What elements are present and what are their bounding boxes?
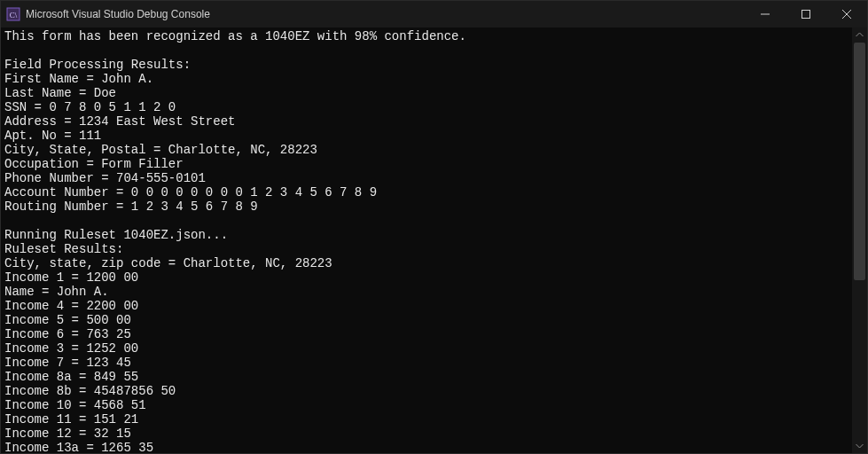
console-line: Income 6 = 763 25 <box>4 327 848 341</box>
console-line: Income 13a = 1265 35 <box>4 441 848 453</box>
console-line: Running Ruleset 1040EZ.json... <box>4 228 848 242</box>
console-line: Income 5 = 500 00 <box>4 313 848 327</box>
console-output[interactable]: This form has been recognized as a 1040E… <box>1 27 852 453</box>
console-line: Income 1 = 1200 00 <box>4 270 848 285</box>
console-line: Phone Number = 704-555-0101 <box>4 171 848 185</box>
console-line: Last Name = Doe <box>4 86 848 100</box>
console-window: C\ Microsoft Visual Studio Debug Console… <box>0 0 868 454</box>
console-line: Income 11 = 151 21 <box>4 412 848 427</box>
console-line <box>4 43 848 58</box>
console-line: City, State, Postal = Charlotte, NC, 282… <box>4 143 848 157</box>
window-controls <box>745 1 867 27</box>
console-line: This form has been recognized as a 1040E… <box>4 29 848 43</box>
console-line: First Name = John A. <box>4 72 848 86</box>
scrollbar-track[interactable] <box>852 43 867 438</box>
svg-rect-3 <box>802 10 810 18</box>
chevron-up-icon <box>856 31 864 39</box>
maximize-button[interactable] <box>786 1 826 27</box>
client-area: This form has been recognized as a 1040E… <box>1 27 867 453</box>
console-line: Routing Number = 1 2 3 4 5 6 7 8 9 <box>4 200 848 214</box>
chevron-down-icon <box>856 442 864 450</box>
app-icon: C\ <box>6 7 20 21</box>
console-line: Income 10 = 4568 51 <box>4 398 848 412</box>
console-line <box>4 214 848 228</box>
scrollbar-thumb[interactable] <box>854 43 865 280</box>
console-line: Address = 1234 East West Street <box>4 114 848 129</box>
minimize-button[interactable] <box>745 1 786 27</box>
console-line: Income 8b = 45487856 50 <box>4 384 848 398</box>
console-line: Occupation = Form Filler <box>4 157 848 171</box>
scroll-down-button[interactable] <box>852 438 867 453</box>
close-button[interactable] <box>826 1 867 27</box>
svg-text:C\: C\ <box>10 11 18 20</box>
console-line: Income 7 = 123 45 <box>4 356 848 370</box>
console-line: Name = John A. <box>4 285 848 299</box>
console-line: Income 3 = 1252 00 <box>4 341 848 356</box>
console-line: Account Number = 0 0 0 0 0 0 0 0 1 2 3 4… <box>4 185 848 200</box>
console-line: Income 4 = 2200 00 <box>4 299 848 313</box>
console-line: Field Processing Results: <box>4 58 848 72</box>
console-line: Apt. No = 111 <box>4 129 848 143</box>
console-line: Income 8a = 849 55 <box>4 370 848 384</box>
console-line: City, state, zip code = Charlotte, NC, 2… <box>4 256 848 270</box>
vertical-scrollbar[interactable] <box>852 27 867 453</box>
console-line: SSN = 0 7 8 0 5 1 1 2 0 <box>4 100 848 114</box>
console-line: Ruleset Results: <box>4 242 848 256</box>
titlebar[interactable]: C\ Microsoft Visual Studio Debug Console <box>1 1 867 27</box>
window-title: Microsoft Visual Studio Debug Console <box>26 8 210 20</box>
scroll-up-button[interactable] <box>852 27 867 43</box>
console-line: Income 12 = 32 15 <box>4 427 848 441</box>
